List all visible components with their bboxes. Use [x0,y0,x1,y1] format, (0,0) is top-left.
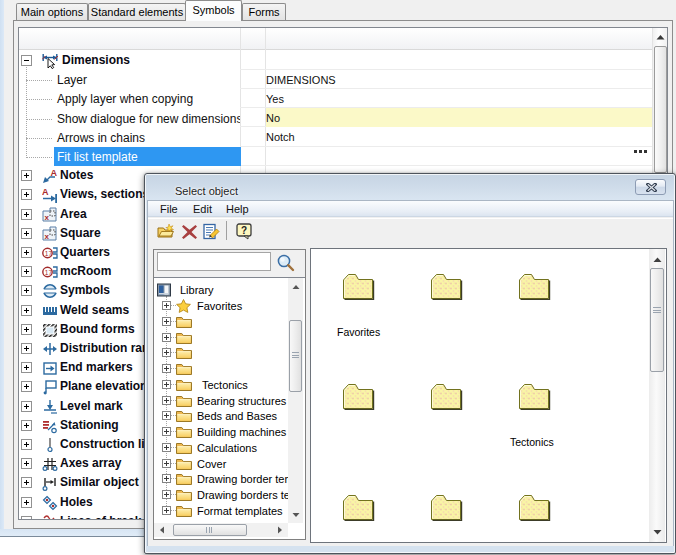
svg-text:x: x [45,213,50,222]
svg-text:17: 17 [45,250,53,257]
svg-text:A: A [42,187,49,197]
svg-text:?: ? [241,225,247,236]
svg-text:17: 17 [45,269,53,276]
svg-text:x: x [45,232,50,241]
